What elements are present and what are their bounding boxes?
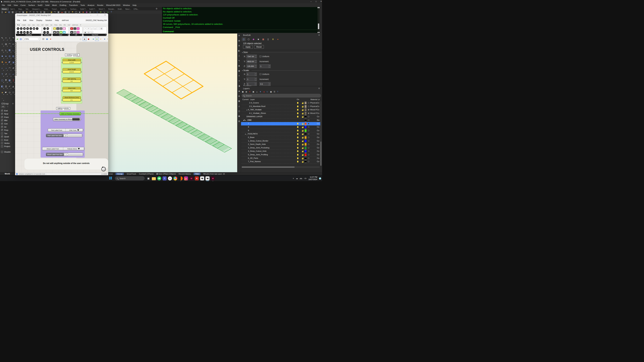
gh-component-icon[interactable]: ∷: [97, 27, 100, 30]
port[interactable]: [81, 81, 82, 82]
layers-move-up-icon[interactable]: ▲: [256, 91, 258, 93]
layer-row-_CNC[interactable]: ✓◢_CNCCo: [241, 118, 320, 122]
hide-icon[interactable]: ⊘: [68, 10, 70, 13]
taskbar-search[interactable]: Search: [115, 176, 144, 180]
layer-name[interactable]: 8: [248, 126, 249, 128]
port[interactable]: [84, 148, 85, 149]
properties-icon[interactable]: ▤: [238, 39, 240, 42]
shaded-view-icon[interactable]: ◍: [88, 10, 92, 13]
slider-value[interactable]: 21: [63, 99, 81, 101]
wifi-icon[interactable]: [300, 178, 302, 179]
shield-icon[interactable]: ◆: [82, 10, 85, 13]
macro-icon[interactable]: ▣: [238, 115, 240, 117]
panel-icon[interactable]: ▥: [238, 120, 240, 123]
gh-component-icon[interactable]: 7: [43, 31, 46, 33]
paste-icon[interactable]: ▮: [25, 10, 28, 13]
gh-group-label[interactable]: OpenNest▼: [83, 34, 106, 36]
expand-arrow-icon[interactable]: ◢: [245, 120, 246, 121]
toolbar-tab[interactable]: Mesh T...: [98, 7, 107, 10]
web-icon[interactable]: ◍: [238, 95, 240, 97]
layer-visibility-bulb-icon[interactable]: [297, 102, 298, 104]
gear-module-icon[interactable]: ⚙: [99, 10, 102, 13]
layer-visibility-bulb-icon[interactable]: [297, 112, 298, 114]
toolbar-gear-icon[interactable]: ⚙: [156, 7, 158, 10]
layers-new-sublayer-icon[interactable]: ▣: [246, 91, 247, 93]
grid-tab-icon[interactable]: ▦: [261, 37, 266, 41]
layer-lock-icon[interactable]: [302, 130, 304, 132]
layer-visibility-bulb-icon[interactable]: [297, 161, 298, 162]
taskbar-app-rhino[interactable]: ◥8: [200, 176, 204, 181]
checkbox-project[interactable]: [1, 145, 3, 147]
point-icon[interactable]: •: [4, 35, 8, 40]
layer-row-_TOOLPATH[interactable]: ◢_TOOLPATHCo: [241, 132, 320, 136]
gh-component-icon[interactable]: ▭: [29, 27, 32, 30]
material-circle-icon[interactable]: [308, 116, 309, 117]
toolbar-tab[interactable]: Sel...: [24, 7, 31, 10]
material-circle-icon[interactable]: [308, 102, 309, 104]
dropdown-value[interactable]: CNC Font: [66, 129, 83, 131]
size-slider-groove[interactable]: [68, 135, 81, 136]
color-wheel-icon[interactable]: ◉: [85, 10, 88, 13]
select-brush-icon[interactable]: ◉: [50, 10, 53, 13]
layers-vscrollbar[interactable]: [320, 101, 322, 166]
slider-value[interactable]: 1250: [63, 61, 81, 64]
rectangle-icon[interactable]: ▭: [12, 41, 15, 47]
hand-icon[interactable]: ☛: [4, 89, 8, 95]
port[interactable]: [62, 100, 62, 101]
material-icon[interactable]: ◉: [238, 64, 240, 67]
layer-name[interactable]: DRAWING LAYER: [246, 115, 262, 117]
layer-color-swatch[interactable]: [305, 123, 306, 125]
dropdown-value[interactable]: Roboto Mono: [63, 148, 84, 150]
material-circle-icon[interactable]: [308, 157, 309, 159]
notes-tab-icon[interactable]: ▯: [266, 37, 270, 41]
layer-lock-icon[interactable]: [302, 161, 304, 163]
spare-c-icon[interactable]: ·: [0, 96, 4, 101]
statusbar-smarttrack[interactable]: SmartTrack: [127, 173, 136, 175]
shear-icon[interactable]: ▱: [12, 71, 15, 77]
layer-visibility-bulb-icon[interactable]: [297, 147, 298, 149]
taskbar-app-acrobat[interactable]: A: [194, 176, 199, 181]
boxedit-icon[interactable]: ◫: [238, 110, 240, 112]
toolbar-tab[interactable]: Solid T...: [79, 7, 88, 10]
gh-component-icon[interactable]: →: [74, 27, 76, 30]
layer-search-input[interactable]: Search: [242, 94, 321, 97]
gh-component-icon[interactable]: ↗: [36, 27, 38, 30]
gh-tab-elefront[interactable]: eleFront: [71, 24, 79, 26]
layer-name[interactable]: _CNC: [246, 119, 252, 121]
layer-name[interactable]: 2.4_Covers: [249, 102, 259, 104]
help-icon[interactable]: ?: [110, 10, 113, 13]
dropdown-Sheet-Label-Font[interactable]: Sheet Label FontRoboto Mono: [42, 147, 84, 150]
undo-view-icon[interactable]: ↷: [53, 10, 56, 13]
gh-group-label[interactable]: Input▼: [52, 34, 68, 36]
taskbar-app-slack[interactable]: ✛: [168, 176, 172, 181]
preview-red-gem-icon[interactable]: ◆: [87, 37, 90, 41]
gh-component-icon[interactable]: ◫: [56, 27, 59, 30]
layer-row-2.4_Covers[interactable]: 2.4_CoversPhysicaCo: [241, 101, 320, 105]
preview-eye-icon[interactable]: ◉: [45, 37, 49, 41]
display-icon[interactable]: ◧: [238, 49, 240, 52]
boolean-diff-icon[interactable]: ◑: [4, 65, 8, 71]
menu-curve[interactable]: Curve: [19, 4, 27, 6]
gh-component-icon[interactable]: ⇒: [74, 31, 76, 33]
osnap-option-mid[interactable]: Mid: [1, 119, 8, 121]
extrude-icon[interactable]: ⇈: [4, 77, 8, 83]
layer-color-swatch[interactable]: [305, 126, 306, 128]
layer-row-4_Deep_Cutout_Hole[interactable]: 4_Deep_Cutout_HoleCo: [241, 150, 320, 153]
render-view-icon[interactable]: ●: [96, 10, 99, 13]
gh-component-icon[interactable]: ⚂: [100, 27, 103, 30]
gh-component-icon[interactable]: ◐: [43, 27, 46, 30]
gear-icon[interactable]: ⚙: [238, 34, 240, 37]
col-current[interactable]: Current: [242, 98, 248, 100]
layer-color-swatch[interactable]: [305, 119, 306, 121]
layer-lock-icon[interactable]: [302, 158, 304, 159]
scale-x-input[interactable]: 1▲▼: [246, 72, 257, 76]
slider-sheet-length[interactable]: sheet length2500: [62, 68, 81, 73]
menu-view[interactable]: View: [12, 4, 19, 6]
layer-name[interactable]: 5_Deep_Joint_Profiling: [248, 154, 268, 156]
layers-duplicate-layer-icon[interactable]: ▣: [252, 91, 254, 93]
osnap-option-knot[interactable]: Knot: [1, 139, 8, 141]
layer-lock-icon[interactable]: [302, 137, 304, 138]
layer-name[interactable]: 7_Part_Names: [248, 160, 261, 162]
gh-component-icon[interactable]: ◉: [53, 31, 56, 33]
osnap-option-cen[interactable]: Cen: [1, 123, 8, 125]
